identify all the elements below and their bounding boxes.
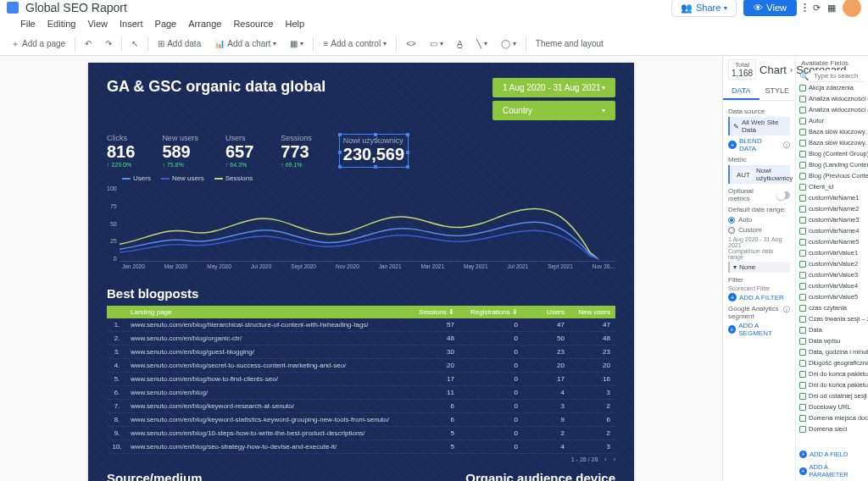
scorecard-3[interactable]: Sessions773↑ 69.1% xyxy=(281,134,312,168)
field-item[interactable]: customVarName3 xyxy=(796,214,868,225)
theme-layout-button[interactable]: Theme and layout xyxy=(531,37,608,50)
field-item[interactable]: Baza słów kluczowy… xyxy=(796,126,868,137)
compare-none[interactable]: ▾None xyxy=(728,262,790,273)
source-medium-title: Source/medium xyxy=(107,471,203,481)
table-row[interactable]: 4.www.senuto.com/en/blog/secret-to-succe… xyxy=(107,359,615,373)
menu-item-view[interactable]: View xyxy=(87,19,108,29)
menu-item-page[interactable]: Page xyxy=(155,19,177,29)
field-item[interactable]: customVarValue3 xyxy=(796,269,868,280)
document-title[interactable]: Global SEO Raport xyxy=(25,1,127,14)
line-button[interactable]: ╲▾ xyxy=(472,37,492,50)
field-item[interactable]: Data, godzina i minuty xyxy=(796,346,868,357)
field-item[interactable]: customVarValue5 xyxy=(796,291,868,302)
table-row[interactable]: 9.www.senuto.com/en/blog/10-steps-how-to… xyxy=(107,427,615,440)
field-item[interactable]: customVarValue1 xyxy=(796,247,868,258)
table-row[interactable]: 1.www.senuto.com/en/blog/hierarchical-st… xyxy=(107,318,615,332)
menu-item-help[interactable]: Help xyxy=(285,19,304,29)
scorecard-4[interactable]: Nowi użytkownicy230,569 xyxy=(339,134,409,168)
field-item[interactable]: Data wpisu xyxy=(796,335,868,346)
field-item[interactable]: customVarValue4 xyxy=(796,280,868,291)
table-row[interactable]: 2.www.senuto.com/en/blog/organic-ctr/480… xyxy=(107,332,615,346)
fields-search-input[interactable] xyxy=(810,70,865,82)
grid-apps-icon[interactable]: ▦ xyxy=(827,3,836,14)
toggle-optional-metrics[interactable] xyxy=(776,191,790,199)
add-segment-button[interactable]: +ADD A SEGMENT xyxy=(728,322,790,337)
field-item[interactable]: Czas trwania sesji – z xyxy=(796,313,868,324)
user-avatar[interactable] xyxy=(843,0,861,17)
blogposts-table[interactable]: Landing page Sessions ⬇ Registrations ⬇ … xyxy=(107,306,615,462)
country-filter[interactable]: Country▾ xyxy=(492,101,615,120)
refresh-icon[interactable]: ⟳ xyxy=(813,3,821,14)
table-row[interactable]: 7.www.senuto.com/en/blog/keyword-researc… xyxy=(107,400,615,413)
tab-data[interactable]: DATA xyxy=(723,83,760,100)
menu-item-file[interactable]: File xyxy=(20,19,36,29)
blend-data-button[interactable]: +BLEND DATA ⓘ xyxy=(728,137,790,152)
field-item[interactable]: Długość geograficzna xyxy=(796,357,868,368)
field-item[interactable]: customVarName1 xyxy=(796,192,868,203)
scorecard-0[interactable]: Clicks816↑ 229.0% xyxy=(107,134,135,168)
scorecard-1[interactable]: New users589↑ 75.8% xyxy=(162,134,198,168)
date-range-picker[interactable]: 1 Aug 2020 - 31 Aug 2021▾ xyxy=(492,78,615,97)
menu-item-insert[interactable]: Insert xyxy=(120,19,143,29)
url-embed-button[interactable]: <> xyxy=(402,37,420,50)
field-item[interactable]: Autor xyxy=(796,115,868,126)
field-item[interactable]: customVarName4 xyxy=(796,225,868,236)
field-item[interactable]: Domena sieci xyxy=(796,423,868,434)
menu-item-editing[interactable]: Editing xyxy=(47,19,76,29)
tab-style[interactable]: STYLE xyxy=(760,83,796,100)
audience-device-title: Organic audience device xyxy=(465,471,615,481)
table-row[interactable]: 10.www.senuto.com/en/blog/seo-strategy-h… xyxy=(107,440,615,454)
field-item[interactable]: Analiza widoczności ( xyxy=(796,93,868,104)
eye-icon: 👁 xyxy=(754,3,763,13)
add-filter-button[interactable]: +ADD A FILTER xyxy=(728,293,790,301)
add-parameter-button[interactable]: +ADD A PARAMETER xyxy=(796,461,868,481)
community-viz-button[interactable]: ▦▾ xyxy=(286,37,308,50)
field-item[interactable]: customVarValue2 xyxy=(796,258,868,269)
field-item[interactable]: Analiza widoczności ( xyxy=(796,104,868,115)
undo-button[interactable]: ↶ xyxy=(81,37,96,50)
view-button[interactable]: 👁 View xyxy=(743,0,797,16)
table-row[interactable]: 3.www.senuto.com/en/blog/guest-blogging/… xyxy=(107,346,615,359)
field-item[interactable]: czas czytania xyxy=(796,302,868,313)
date-range-auto[interactable]: Auto xyxy=(728,216,790,224)
date-range-custom[interactable]: Custom xyxy=(728,226,790,234)
field-item[interactable]: Akcja zdarzenia xyxy=(796,82,868,93)
field-item[interactable]: Client_id xyxy=(796,181,868,192)
menu-item-arrange[interactable]: Arrange xyxy=(188,19,221,29)
add-chart-button[interactable]: 📊 Add a chart ▾ xyxy=(210,37,281,50)
table-row[interactable]: 6.www.senuto.com/en/blog/11043 xyxy=(107,386,615,400)
shape-button[interactable]: ◯▾ xyxy=(497,37,520,50)
next-page-button[interactable]: › xyxy=(614,456,615,462)
field-item[interactable]: Blog (Content Group) xyxy=(796,148,868,159)
table-row[interactable]: 5.www.senuto.com/en/blog/how-to-find-cli… xyxy=(107,373,615,386)
report-canvas[interactable]: GA & GSC organic data global 1 Aug 2020 … xyxy=(0,56,722,481)
field-item[interactable]: Domena miejsca doc xyxy=(796,412,868,423)
redo-button[interactable]: ↷ xyxy=(101,37,116,50)
field-item[interactable]: customVarName5 xyxy=(796,236,868,247)
field-item[interactable]: Data xyxy=(796,324,868,335)
field-item[interactable]: Dni od ostatniej sesji xyxy=(796,390,868,401)
line-chart[interactable]: Users New users Sessions 1007550250 xyxy=(107,174,615,276)
field-item[interactable]: Dni do końca pakietu xyxy=(796,368,868,379)
field-item[interactable]: Baza słów kluczowy… xyxy=(796,137,868,148)
menu-item-resource[interactable]: Resource xyxy=(233,19,273,29)
text-button[interactable]: A̲ xyxy=(453,37,467,50)
table-row[interactable]: 8.www.senuto.com/en/blog/keyword-statist… xyxy=(107,413,615,427)
prev-page-button[interactable]: ‹ xyxy=(604,456,606,462)
share-button[interactable]: 👥 Share ▾ xyxy=(671,0,737,17)
field-item[interactable]: Dni do końca pakietu xyxy=(796,379,868,390)
add-control-button[interactable]: ≡ Add a control ▾ xyxy=(319,37,391,50)
add-data-button[interactable]: ⊞ Add data xyxy=(153,37,205,50)
field-item[interactable]: Blog (Previous Conten xyxy=(796,170,868,181)
image-button[interactable]: ▭▾ xyxy=(426,37,448,50)
field-item[interactable]: customVarName2 xyxy=(796,203,868,214)
field-item[interactable]: Docelowy URL xyxy=(796,401,868,412)
add-field-button[interactable]: +ADD A FIELD xyxy=(796,448,868,461)
add-page-button[interactable]: ＋Add a page xyxy=(7,36,70,52)
more-vert-icon[interactable] xyxy=(804,3,806,13)
field-item[interactable]: Blog (Landing Conten xyxy=(796,159,868,170)
data-source-chip[interactable]: ✎ All Web Site Data xyxy=(728,117,790,135)
scorecard-2[interactable]: Users657↑ 64.3% xyxy=(225,134,253,168)
select-tool[interactable]: ↖ xyxy=(127,37,142,50)
metric-chip[interactable]: AUT Nowi użytkownicy xyxy=(728,165,790,184)
